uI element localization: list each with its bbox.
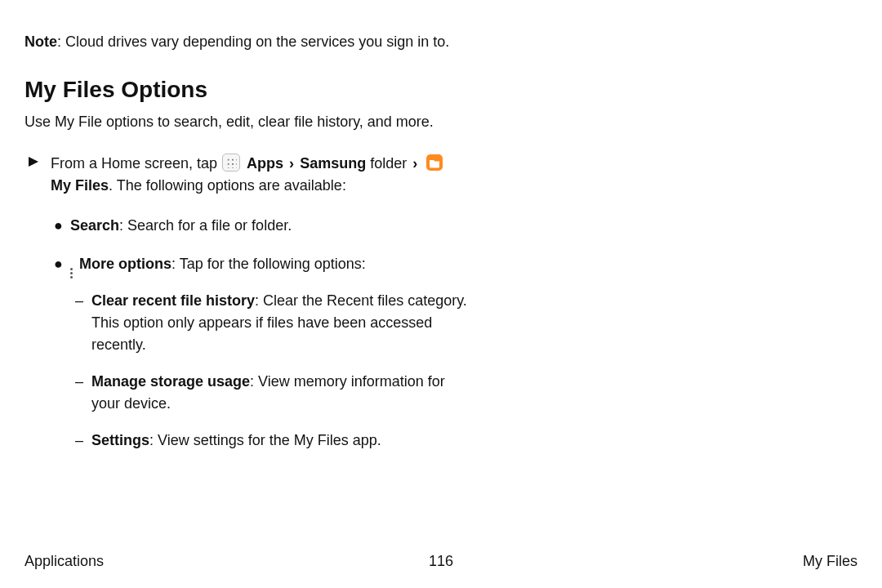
more-options-icon [70, 268, 73, 278]
option-title: Search [70, 217, 119, 234]
dash-icon: – [75, 290, 91, 312]
chevron-right-icon: › [411, 153, 419, 175]
folder-icon [425, 154, 443, 172]
sub-item-body: Manage storage usage: View memory inform… [91, 371, 470, 415]
page-number: 116 [429, 553, 453, 570]
samsung-label: Samsung [300, 155, 366, 172]
sub-option-text: : View settings for the My Files app. [149, 432, 381, 448]
apps-label: Apps [247, 155, 283, 172]
bullet-icon: ● [54, 253, 70, 275]
option-text: : Tap for the following options: [172, 256, 366, 272]
note-label: Note [24, 33, 57, 50]
list-item-body: Search: Search for a file or folder. [70, 215, 470, 237]
sub-list-item: – Clear recent file history: Clear the R… [75, 290, 470, 356]
list-item: ● Search: Search for a file or folder. [54, 215, 470, 237]
folder-word: folder [366, 155, 411, 172]
note-paragraph: Note: Cloud drives vary depending on the… [24, 31, 466, 52]
play-arrow-icon [28, 153, 51, 167]
dash-icon: – [75, 371, 91, 393]
svg-marker-0 [29, 157, 38, 167]
options-list: ● Search: Search for a file or folder. ●… [54, 215, 470, 466]
step-pre: From a Home screen, tap [51, 155, 221, 172]
list-item: ● More options: Tap for the following op… [54, 253, 470, 466]
sub-options-list: – Clear recent file history: Clear the R… [70, 290, 470, 452]
note-text: : Cloud drives vary depending on the ser… [57, 33, 449, 50]
step-item: From a Home screen, tap Apps › Samsung f… [28, 153, 469, 197]
list-item-body: More options: Tap for the following opti… [70, 253, 470, 466]
chevron-right-icon: › [287, 153, 296, 175]
sub-option-title: Settings [91, 432, 149, 448]
sub-item-body: Clear recent file history: Clear the Rec… [91, 290, 470, 356]
myfiles-label: My Files [51, 177, 109, 194]
option-text: : Search for a file or folder. [119, 217, 292, 234]
step-body: From a Home screen, tap Apps › Samsung f… [51, 153, 469, 197]
sub-item-body: Settings: View settings for the My Files… [91, 430, 470, 452]
dash-icon: – [75, 430, 91, 452]
section-heading: My Files Options [24, 77, 858, 103]
section-subhead: Use My File options to search, edit, cle… [24, 111, 466, 132]
apps-grid-icon [222, 154, 240, 172]
step-post: . The following options are available: [109, 177, 346, 194]
bullet-icon: ● [54, 215, 70, 237]
sub-option-title: Clear recent file history [91, 292, 255, 309]
sub-list-item: – Manage storage usage: View memory info… [75, 371, 470, 415]
sub-list-item: – Settings: View settings for the My Fil… [75, 430, 470, 452]
footer-right: My Files [803, 553, 858, 570]
footer-left: Applications [24, 553, 104, 570]
option-title: More options [79, 256, 172, 272]
page-footer: Applications 116 My Files [0, 553, 882, 570]
sub-option-title: Manage storage usage [91, 373, 250, 390]
document-page: Note: Cloud drives vary depending on the… [0, 0, 882, 588]
